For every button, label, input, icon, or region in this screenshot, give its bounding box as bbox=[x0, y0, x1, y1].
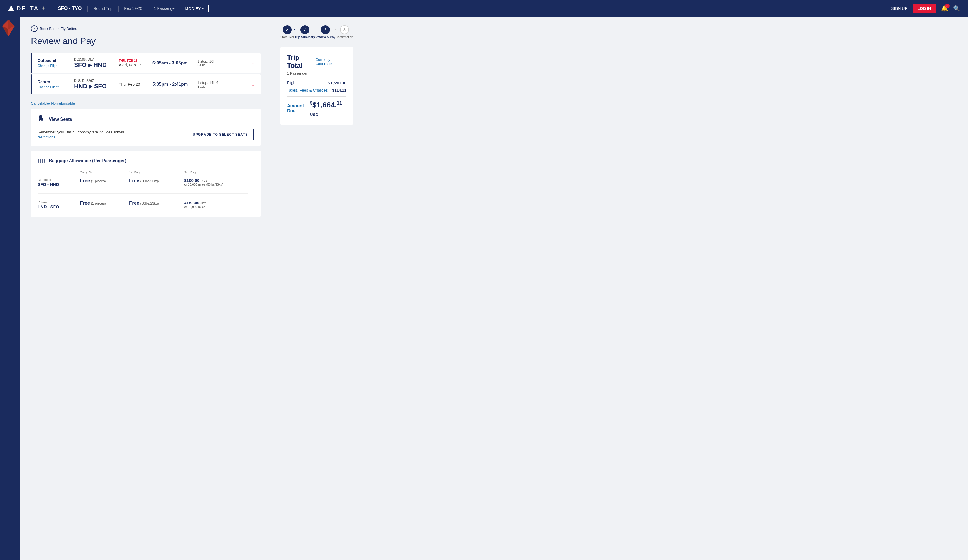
taxes-label: Taxes, Fees & Charges bbox=[287, 88, 328, 93]
seats-message-col: Remember, your Basic Economy fare includ… bbox=[38, 129, 124, 139]
outbound-expand-icon[interactable]: ⌄ bbox=[251, 60, 255, 66]
baggage-outbound-bag2-sub: or 10,000 miles (50lbs/23kg) bbox=[184, 183, 248, 186]
breadcrumb-circle-4: 3 bbox=[340, 25, 349, 34]
return-arrow-icon: ▶ bbox=[89, 84, 93, 89]
motto-text: Book Better. Fly Better. bbox=[40, 27, 77, 31]
return-label-col: Return Change Flight bbox=[38, 80, 68, 89]
outbound-date: Wed, Feb 12 bbox=[119, 63, 147, 67]
return-flight-numbers: DL8, DL2267 HND ▶ SFO bbox=[74, 79, 113, 90]
svg-rect-9 bbox=[39, 159, 44, 163]
breadcrumb-label-3: Review & Pay bbox=[315, 35, 335, 39]
baggage-outbound-bag2-cell: $100.00 USD or 10,000 miles (50lbs/23kg) bbox=[184, 176, 254, 189]
logo-text: DELTA bbox=[17, 5, 39, 12]
return-label: Return bbox=[38, 80, 68, 84]
baggage-outbound-bag1: Free bbox=[129, 178, 139, 183]
seats-restrictions-link[interactable]: restrictions bbox=[38, 135, 55, 139]
return-to: SFO bbox=[94, 83, 107, 90]
outbound-flight-numbers: DL1598, DL7 SFO ▶ HND bbox=[74, 58, 113, 69]
baggage-return-bag2-cell: ¥15,300 JPY or 10,000 miles bbox=[184, 198, 254, 211]
breadcrumb-label-2: Trip Summary bbox=[295, 35, 315, 39]
baggage-col-bag1: 1st Bag bbox=[129, 171, 184, 176]
breadcrumb-label-1: Start Over bbox=[280, 35, 294, 39]
sky-miles-icon: ✦ bbox=[41, 5, 46, 12]
return-expand-icon[interactable]: ⌄ bbox=[251, 81, 255, 88]
taxes-value: $114.11 bbox=[332, 88, 346, 93]
baggage-col-bag2: 2nd Bag bbox=[184, 171, 254, 176]
return-time: 5:35pm - 2:41pm bbox=[152, 82, 192, 87]
baggage-outbound-carryon: Free bbox=[80, 178, 90, 183]
return-flight-card: Return Change Flight DL8, DL2267 HND ▶ S… bbox=[31, 74, 261, 94]
baggage-return-row: Return HND - SFO Free (1 pieces) Free (5… bbox=[38, 198, 254, 211]
header-trip-type: Round Trip bbox=[93, 6, 113, 11]
baggage-return-bag1-sub: (50lbs/23kg) bbox=[140, 202, 159, 205]
trip-total-card: Trip Total Currency Calculator 1 Passeng… bbox=[280, 47, 353, 125]
baggage-outbound-route: SFO - HND bbox=[38, 182, 74, 187]
outbound-time: 6:05am - 3:05pm bbox=[152, 61, 192, 66]
seats-content: Remember, your Basic Economy fare includ… bbox=[38, 129, 254, 141]
baggage-col-carryon: Carry-On bbox=[80, 171, 129, 176]
baggage-return-bag1-cell: Free (50lbs/23kg) bbox=[129, 198, 184, 211]
flights-label: Flights bbox=[287, 80, 298, 85]
outbound-route: SFO ▶ HND bbox=[74, 61, 113, 69]
outbound-from: SFO bbox=[74, 61, 86, 69]
seats-card: View Seats Remember, your Basic Economy … bbox=[31, 109, 261, 146]
content-area: ✦ Book Better. Fly Better. Review and Pa… bbox=[20, 17, 272, 560]
baggage-return-carryon-sub: (1 pieces) bbox=[91, 202, 106, 205]
breadcrumb-circle-2: ✓ bbox=[300, 25, 309, 34]
cancelable-link[interactable]: Cancelable/ Nonrefundable bbox=[31, 98, 261, 109]
header-divider-1: | bbox=[51, 5, 53, 12]
breadcrumb-review-pay: 2 Review & Pay bbox=[315, 25, 335, 39]
baggage-return-bag2-currency: JPY bbox=[201, 202, 206, 205]
return-class: Basic bbox=[197, 84, 222, 89]
baggage-outbound-bag1-cell: Free (50lbs/23kg) bbox=[129, 176, 184, 189]
modify-button[interactable]: MODIFY ▾ bbox=[181, 5, 209, 12]
trip-total-header: Trip Total Currency Calculator bbox=[287, 54, 346, 70]
trip-total-passengers: 1 Passenger bbox=[287, 71, 346, 75]
header-divider-3: | bbox=[118, 5, 119, 12]
return-from: HND bbox=[74, 83, 88, 90]
breadcrumb-start-over: ✓ Start Over bbox=[280, 25, 294, 39]
outbound-change-flight[interactable]: Change Flight bbox=[38, 64, 68, 68]
return-route: HND ▶ SFO bbox=[74, 83, 113, 90]
baggage-outbound-bag1-sub: (50lbs/23kg) bbox=[140, 179, 159, 183]
outbound-label-col: Outbound Change Flight bbox=[38, 58, 68, 68]
baggage-outbound-route-cell: Outbound SFO - HND bbox=[38, 176, 80, 189]
outbound-numbers: DL1598, DL7 bbox=[74, 58, 113, 61]
outbound-flight-row: Outbound Change Flight DL1598, DL7 SFO ▶… bbox=[31, 53, 261, 73]
login-button[interactable]: LOG IN bbox=[913, 4, 936, 13]
delta-gem-icon bbox=[0, 20, 17, 36]
right-panel: ✓ Start Over ✓ Trip Summary 2 Review & P… bbox=[272, 17, 361, 560]
outbound-date-highlight: THU, FEB 13 bbox=[119, 59, 147, 62]
outbound-label: Outbound bbox=[38, 58, 68, 63]
page-title: Review and Pay bbox=[31, 36, 261, 46]
outbound-time-col: 6:05am - 3:05pm bbox=[152, 61, 192, 66]
header-passengers: 1 Passenger bbox=[154, 6, 176, 11]
currency-calculator-link[interactable]: Currency Calculator bbox=[316, 58, 346, 66]
baggage-return-route-cell: Return HND - SFO bbox=[38, 198, 80, 211]
seats-message: Remember, your Basic Economy fare includ… bbox=[38, 130, 124, 134]
outbound-date-col: THU, FEB 13 Wed, Feb 12 bbox=[119, 59, 147, 67]
baggage-outbound-bag2: $100.00 bbox=[184, 178, 199, 183]
bell-badge: 3 bbox=[945, 3, 950, 8]
svg-rect-3 bbox=[39, 116, 42, 119]
baggage-return-bag2: ¥15,300 bbox=[184, 200, 199, 205]
header-divider-2: | bbox=[86, 5, 88, 12]
baggage-outbound-carryon-cell: Free (1 pieces) bbox=[80, 176, 129, 189]
seats-header: View Seats bbox=[38, 114, 254, 124]
baggage-return-bag1: Free bbox=[129, 200, 139, 206]
outbound-stops: 1 stop, 16h bbox=[197, 59, 222, 63]
signup-button[interactable]: SIGN UP bbox=[891, 6, 907, 11]
header-route: SFO - TYO bbox=[58, 6, 81, 11]
amount-due-row: Amount Due $$1,664.11 USD bbox=[287, 101, 346, 118]
breadcrumb-label-4: Confirmation bbox=[336, 35, 353, 39]
search-icon[interactable]: 🔍 bbox=[953, 5, 960, 12]
trip-total-title: Trip Total bbox=[287, 54, 316, 70]
baggage-return-carryon-cell: Free (1 pieces) bbox=[80, 198, 129, 211]
upgrade-seats-button[interactable]: UPGRADE TO SELECT SEATS bbox=[187, 129, 254, 141]
return-change-flight[interactable]: Change Flight bbox=[38, 85, 68, 89]
amount-due-label: Amount Due bbox=[287, 103, 310, 114]
baggage-return-label: Return bbox=[38, 200, 74, 204]
baggage-title: Baggage Allowance (Per Passenger) bbox=[49, 158, 126, 163]
svg-rect-6 bbox=[39, 120, 40, 121]
notifications-bell[interactable]: 🔔 3 bbox=[941, 5, 948, 12]
